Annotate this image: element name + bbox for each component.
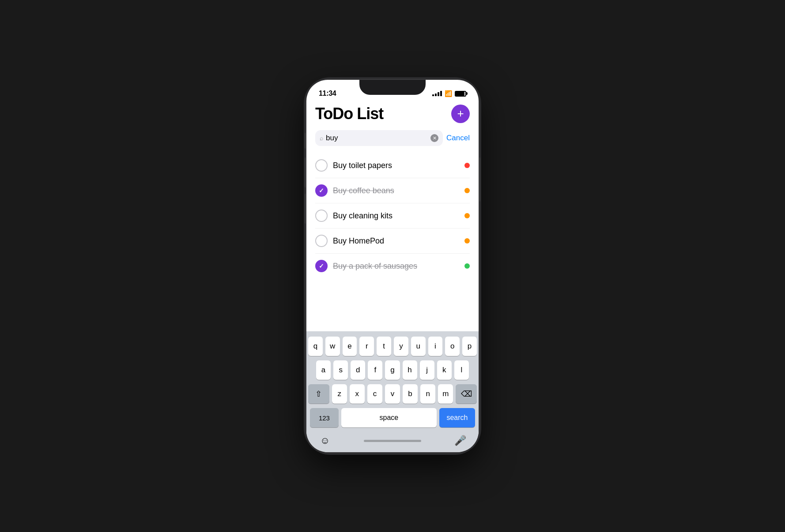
todo-item: Buy cleaning kits (315, 203, 470, 229)
priority-dot-4 (464, 238, 470, 244)
search-bar: ⌕ ✕ Cancel (315, 130, 470, 146)
keyboard-row-3: ⇧ z x c v b n m ⌫ (308, 384, 477, 404)
checkmark-icon: ✓ (319, 187, 324, 194)
signal-icon (432, 91, 442, 96)
keyboard: q w e r t y u i o p a s d f g h j k (306, 331, 479, 452)
app-header: ToDo List + (315, 101, 470, 130)
key-s[interactable]: s (333, 360, 348, 380)
key-x[interactable]: x (350, 384, 365, 404)
home-bar (364, 440, 421, 442)
todo-checkbox-4[interactable] (315, 235, 328, 247)
priority-dot-5 (464, 263, 470, 269)
key-v[interactable]: v (385, 384, 400, 404)
todo-text-3: Buy cleaning kits (333, 211, 459, 221)
key-k[interactable]: k (437, 360, 452, 380)
todo-item: Buy toilet papers (315, 153, 470, 178)
key-b[interactable]: b (403, 384, 418, 404)
backspace-key[interactable]: ⌫ (456, 384, 477, 404)
key-o[interactable]: o (445, 337, 460, 356)
status-icons: 📶 (432, 90, 466, 97)
todo-item: ✓ Buy a pack of sausages (315, 254, 470, 278)
key-q[interactable]: q (308, 337, 323, 356)
home-indicator (364, 435, 421, 447)
key-j[interactable]: j (420, 360, 434, 380)
key-n[interactable]: n (420, 384, 435, 404)
todo-text-5: Buy a pack of sausages (333, 262, 459, 271)
priority-dot-1 (464, 163, 470, 168)
keyboard-icon-row: ☺ 🎤 (308, 431, 477, 450)
keyboard-row-1: q w e r t y u i o p (308, 337, 477, 356)
todo-list: Buy toilet papers ✓ Buy coffee beans Buy… (315, 153, 470, 278)
todo-checkbox-1[interactable] (315, 159, 328, 172)
shift-key[interactable]: ⇧ (308, 384, 329, 404)
app-content: ToDo List + ⌕ ✕ Cancel (306, 101, 479, 278)
key-c[interactable]: c (367, 384, 382, 404)
key-m[interactable]: m (438, 384, 453, 404)
todo-checkbox-3[interactable] (315, 210, 328, 222)
key-u[interactable]: u (411, 337, 426, 356)
battery-icon (455, 91, 466, 97)
search-input-wrapper[interactable]: ⌕ ✕ (315, 130, 443, 146)
todo-item: ✓ Buy coffee beans (315, 178, 470, 203)
search-key[interactable]: search (439, 408, 475, 427)
keyboard-bottom-row: 123 space search (308, 408, 477, 427)
key-p[interactable]: p (462, 337, 477, 356)
notch (359, 80, 426, 95)
key-e[interactable]: e (343, 337, 357, 356)
space-key[interactable]: space (341, 408, 437, 427)
key-a[interactable]: a (316, 360, 331, 380)
priority-dot-2 (464, 188, 470, 193)
key-l[interactable]: l (454, 360, 469, 380)
todo-text-1: Buy toilet papers (333, 161, 459, 170)
keyboard-row-2: a s d f g h j k l (308, 360, 477, 380)
todo-checkbox-2[interactable]: ✓ (315, 184, 328, 197)
todo-item: Buy HomePod (315, 229, 470, 254)
todo-text-2: Buy coffee beans (333, 186, 459, 195)
app-title: ToDo List (315, 105, 383, 123)
numbers-key[interactable]: 123 (310, 408, 339, 427)
key-h[interactable]: h (403, 360, 417, 380)
wifi-icon: 📶 (445, 90, 452, 97)
status-time: 11:34 (319, 90, 336, 97)
key-f[interactable]: f (368, 360, 382, 380)
priority-dot-3 (464, 213, 470, 218)
mic-key[interactable]: 🎤 (450, 431, 470, 450)
cancel-button[interactable]: Cancel (446, 134, 470, 142)
key-r[interactable]: r (359, 337, 374, 356)
checkmark-icon: ✓ (319, 262, 324, 270)
emoji-key[interactable]: ☺ (315, 431, 335, 450)
phone-screen: 11:34 📶 ToDo List + (306, 80, 479, 452)
key-y[interactable]: y (394, 337, 408, 356)
search-input[interactable] (326, 134, 428, 142)
clear-icon: ✕ (433, 136, 437, 141)
power-button[interactable] (479, 157, 480, 202)
search-icon: ⌕ (320, 135, 323, 142)
key-i[interactable]: i (428, 337, 443, 356)
plus-icon: + (457, 108, 464, 119)
phone-device: 11:34 📶 ToDo List + (306, 80, 479, 452)
key-t[interactable]: t (377, 337, 391, 356)
add-todo-button[interactable]: + (451, 105, 470, 123)
key-z[interactable]: z (332, 384, 347, 404)
key-g[interactable]: g (385, 360, 400, 380)
key-d[interactable]: d (351, 360, 365, 380)
clear-search-button[interactable]: ✕ (430, 134, 438, 142)
todo-text-4: Buy HomePod (333, 236, 459, 246)
key-w[interactable]: w (325, 337, 340, 356)
todo-checkbox-5[interactable]: ✓ (315, 260, 328, 272)
